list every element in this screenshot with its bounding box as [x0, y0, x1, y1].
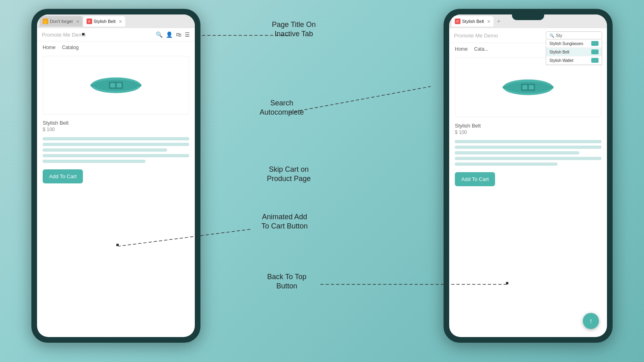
search-result-belt[interactable]: Stylish Belt — [546, 48, 602, 56]
right-text-line-1 — [455, 140, 601, 143]
search-result-sunglasses[interactable]: Stylish Sunglasses — [546, 39, 602, 48]
search-result-belt-img — [591, 49, 599, 54]
nav-catalog-right[interactable]: Cata... — [474, 46, 488, 52]
back-to-top-button[interactable]: ↑ — [583, 313, 599, 329]
nav-catalog-left[interactable]: Catalog — [62, 45, 78, 50]
right-tab-plus[interactable]: ＋ — [496, 18, 502, 25]
cart-icon[interactable]: 🛍 — [176, 31, 182, 38]
right-tab-label: Stylish Belt — [462, 19, 484, 24]
svg-line-22 — [289, 86, 431, 113]
back-to-top-icon: ↑ — [589, 317, 593, 325]
tab-dont-forget-label: Don't forget — [50, 19, 73, 24]
text-line-2 — [43, 143, 189, 146]
search-result-sunglasses-label: Stylish Sunglasses — [549, 41, 583, 46]
annotation-search-autocomplete: SearchAutocomplete — [246, 99, 318, 117]
left-phone-screen: 🖐 Don't forget ✕ R Stylish Belt ✕ Promot… — [37, 14, 195, 337]
left-product-price: $ 100 — [43, 127, 189, 132]
left-belt-svg — [88, 69, 144, 101]
right-text-line-3 — [455, 151, 579, 154]
tab-stylish-belt-right[interactable]: R Stylish Belt ✕ — [452, 16, 493, 27]
text-line-5 — [43, 160, 145, 163]
left-site-logo: Promote Me Demo — [42, 32, 86, 38]
tab-stylish-belt-label: Stylish Belt — [94, 19, 116, 24]
right-site-header: Promote Me Demo 🔍 Sty Stylish Sunglasses… — [449, 28, 607, 43]
right-search-container: 🔍 Sty Stylish Sunglasses Stylish Belt St… — [546, 31, 602, 39]
left-product-image-box — [43, 56, 189, 114]
svg-rect-14 — [527, 84, 529, 90]
text-line-3 — [43, 148, 167, 152]
tab-stylish-belt-left[interactable]: R Stylish Belt ✕ — [83, 16, 125, 27]
right-search-bar[interactable]: 🔍 Sty — [546, 31, 602, 39]
right-tab-close[interactable]: ✕ — [487, 19, 490, 24]
search-result-belt-label: Stylish Belt — [549, 50, 569, 54]
right-product-price: $ 100 — [455, 130, 601, 135]
left-site-header: Promote Me Demo 🔍 👤 🛍 ☰ — [37, 28, 195, 41]
annotation-back-to-top: Back To TopButton — [252, 272, 322, 291]
left-product-info: Stylish Belt $ 100 — [37, 117, 195, 134]
annotation-page-title: Page Title OnInactive Tab — [258, 20, 330, 39]
right-product-name: Stylish Belt — [455, 123, 601, 129]
right-text-line-4 — [455, 157, 601, 160]
left-header-icons: 🔍 👤 🛍 ☰ — [156, 31, 190, 38]
svg-rect-4 — [115, 82, 117, 88]
nav-home-left[interactable]: Home — [43, 45, 56, 50]
search-result-wallet-label: Stylish Wallet — [549, 58, 574, 63]
left-product-description — [37, 134, 195, 166]
right-phone-screen: R Stylish Belt ✕ ＋ Promote Me Demo 🔍 Sty… — [449, 14, 607, 337]
left-browser-tabs: 🖐 Don't forget ✕ R Stylish Belt ✕ — [37, 14, 195, 28]
tab-stylish-belt-favicon: R — [87, 19, 92, 24]
right-text-line-5 — [455, 162, 557, 166]
left-site-nav: Home Catalog — [37, 41, 195, 53]
left-product-name: Stylish Belt — [43, 120, 189, 126]
search-result-sunglasses-img — [591, 41, 599, 46]
search-icon[interactable]: 🔍 — [156, 31, 163, 38]
svg-rect-8 — [91, 84, 109, 86]
right-tab-favicon: R — [455, 19, 460, 24]
search-result-wallet-img — [591, 58, 599, 63]
right-search-input-text[interactable]: Sty — [556, 33, 562, 38]
text-line-1 — [43, 137, 189, 140]
right-search-icon: 🔍 — [549, 33, 554, 38]
annotation-skip-cart: Skip Cart onProduct Page — [252, 165, 326, 184]
right-product-image-box — [455, 58, 601, 117]
right-phone: R Stylish Belt ✕ ＋ Promote Me Demo 🔍 Sty… — [444, 9, 613, 343]
right-add-to-cart-button[interactable]: Add To Cart — [455, 172, 495, 186]
tab-dont-forget[interactable]: 🖐 Don't forget ✕ — [39, 16, 83, 27]
right-site-logo: Promote Me Demo — [454, 33, 498, 39]
tab-dont-forget-favicon: 🖐 — [43, 19, 48, 24]
left-phone: 🖐 Don't forget ✕ R Stylish Belt ✕ Promot… — [31, 9, 200, 343]
annotation-animated-add-to-cart: Animated AddTo Cart Button — [244, 212, 325, 231]
text-line-4 — [43, 154, 189, 157]
left-add-to-cart-button[interactable]: Add To Cart — [43, 169, 83, 183]
right-text-line-2 — [455, 146, 601, 149]
nav-home-right[interactable]: Home — [455, 46, 468, 52]
user-icon[interactable]: 👤 — [166, 31, 173, 38]
right-product-description — [449, 137, 607, 169]
right-phone-notch — [512, 14, 544, 20]
svg-rect-9 — [126, 84, 142, 86]
svg-rect-18 — [503, 86, 521, 89]
tab-stylish-belt-close[interactable]: ✕ — [119, 19, 122, 24]
right-search-dropdown: Stylish Sunglasses Stylish Belt Stylish … — [546, 39, 602, 65]
tab-dont-forget-close[interactable]: ✕ — [76, 19, 79, 24]
right-belt-svg — [500, 71, 556, 103]
search-result-wallet[interactable]: Stylish Wallet — [546, 56, 602, 65]
right-product-info: Stylish Belt $ 100 — [449, 119, 607, 137]
svg-rect-19 — [538, 86, 554, 89]
menu-icon[interactable]: ☰ — [185, 31, 190, 38]
